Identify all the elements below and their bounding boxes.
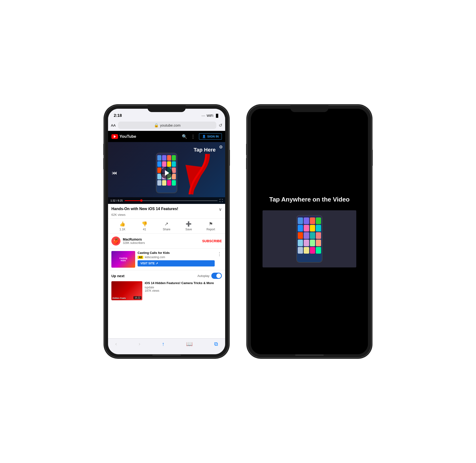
red-arrow: [180, 151, 218, 199]
share-button[interactable]: ↗ Share: [156, 221, 178, 231]
ad-title: Casting Calls for Kids: [138, 251, 215, 255]
next-video-card[interactable]: Hidden Featu 16:22 iOS 14 Hidden Feature…: [111, 281, 222, 300]
next-video-channel: iupdate: [145, 286, 222, 289]
right-mini-phone: [296, 215, 323, 263]
video-player[interactable]: ⏮ Tap Here ⚙: [108, 142, 225, 204]
share-label: Share: [163, 228, 171, 231]
like-count: 1.1K: [119, 228, 126, 231]
ad-card: CastingKIDS Casting Calls for Kids AD ki…: [108, 249, 225, 270]
status-bar: 2:18 ···· WiFi ▐▌: [108, 109, 225, 120]
scrollable-content: Hands-On with New iOS 14 Features! ∨ 62K…: [108, 204, 225, 338]
autoplay-row: Autoplay: [197, 273, 222, 279]
right-home-indicator: [295, 355, 324, 356]
report-button[interactable]: ⚑ Report: [200, 221, 222, 231]
youtube-play-icon: [111, 134, 118, 139]
right-phone-screen: Tap Anywhere on the Video: [251, 109, 368, 354]
tabs-button[interactable]: ⧉: [214, 341, 218, 347]
left-phone-screen: 2:18 ···· WiFi ▐▌ AA 🔒 youtube.com ↺: [108, 109, 225, 354]
up-next-header: Up next Autoplay: [111, 273, 222, 279]
right-screen-content[interactable]: Tap Anywhere on the Video: [251, 109, 368, 354]
save-label: Save: [185, 228, 192, 231]
chevron-down-icon[interactable]: ∨: [219, 207, 222, 212]
channel-avatar: 🍎: [111, 237, 120, 246]
skip-back-button[interactable]: ⏮: [112, 170, 117, 176]
next-video-info: iOS 14 Hidden Features! Camera Tricks & …: [145, 281, 222, 300]
external-link-icon: ↗: [156, 262, 158, 265]
power-button[interactable]: [229, 149, 230, 166]
settings-icon[interactable]: ⚙: [219, 144, 223, 150]
youtube-header: YouTube 🔍 ⋮ 👤 SIGN IN: [108, 131, 225, 142]
youtube-header-actions: 🔍 ⋮ 👤 SIGN IN: [182, 133, 222, 140]
ad-badge: AD: [138, 256, 143, 259]
more-icon[interactable]: ⋮: [191, 134, 195, 139]
video-thumbnail[interactable]: ⏮ Tap Here ⚙: [108, 142, 225, 204]
next-video-title: iOS 14 Hidden Features! Camera Tricks & …: [145, 281, 222, 285]
youtube-logo-text: YouTube: [119, 134, 136, 139]
up-next-section: Up next Autoplay Hidden Featu 16:22 iOS …: [108, 270, 225, 302]
up-next-label: Up next: [111, 274, 125, 278]
address-bar[interactable]: AA 🔒 youtube.com ↺: [108, 120, 225, 131]
share-icon: ↗: [164, 221, 169, 227]
play-button[interactable]: [161, 167, 172, 179]
video-title: Hands-On with New iOS 14 Features!: [111, 207, 216, 211]
back-button[interactable]: ‹: [115, 341, 117, 347]
forward-button[interactable]: ›: [138, 341, 140, 347]
aa-label[interactable]: AA: [111, 123, 116, 127]
volume-up-button[interactable]: [103, 143, 105, 155]
wifi-icon: WiFi: [207, 114, 213, 117]
dislike-button[interactable]: 👎 41: [134, 221, 156, 231]
ad-thumbnail: CastingKIDS: [111, 251, 135, 268]
signal-icon: ····: [202, 114, 205, 117]
right-power-button[interactable]: [371, 149, 373, 166]
thumb-duration: 16:22: [134, 296, 141, 299]
report-icon: ⚑: [209, 221, 213, 227]
url-text: youtube.com: [160, 123, 181, 127]
battery-icon: ▐▌: [215, 114, 219, 117]
autoplay-toggle[interactable]: [211, 273, 222, 279]
next-video-views: 187K views: [145, 289, 222, 292]
tap-anywhere-text: Tap Anywhere on the Video: [262, 196, 357, 203]
left-phone: 2:18 ···· WiFi ▐▌ AA 🔒 youtube.com ↺: [105, 105, 228, 358]
safari-bottom-bar: ‹ › ↑ 📖 ⧉: [108, 338, 225, 354]
save-button[interactable]: ➕ Save: [178, 221, 200, 231]
progress-track[interactable]: [125, 200, 217, 201]
volume-down-button[interactable]: [103, 158, 105, 170]
next-video-thumbnail: Hidden Featu 16:22: [111, 281, 142, 300]
fullscreen-icon[interactable]: ⛶: [219, 199, 223, 203]
video-views: 62K views: [111, 213, 222, 216]
sign-in-label: SIGN IN: [207, 135, 219, 138]
like-button[interactable]: 👍 1.1K: [111, 221, 134, 231]
right-volume-up-button[interactable]: [246, 143, 247, 155]
video-progress-bar[interactable]: 1:32 / 8:25 ⛶: [108, 197, 225, 204]
youtube-logo[interactable]: YouTube: [111, 134, 136, 139]
progress-dot[interactable]: [140, 199, 143, 202]
dislike-icon: 👎: [142, 221, 148, 227]
channel-row: 🍎 MacRumors 328K subscribers SUBSCRIBE: [108, 234, 225, 249]
visit-site-button[interactable]: VISIT SITE ↗: [138, 260, 215, 267]
play-triangle: [165, 170, 169, 176]
ad-info: Casting Calls for Kids AD kidscasting.co…: [138, 251, 215, 268]
search-icon[interactable]: 🔍: [182, 134, 187, 139]
channel-info: MacRumors 328K subscribers: [123, 237, 200, 245]
right-video-preview[interactable]: [262, 210, 356, 267]
sign-in-button[interactable]: 👤 SIGN IN: [199, 133, 222, 140]
right-volume-down-button[interactable]: [246, 158, 247, 170]
report-label: Report: [207, 228, 215, 231]
like-icon: 👍: [119, 221, 126, 227]
share-button[interactable]: ↑: [162, 341, 164, 347]
progress-fill: [125, 200, 141, 201]
bookmarks-button[interactable]: 📖: [186, 341, 193, 347]
autoplay-label: Autoplay: [197, 274, 209, 278]
video-time-current: 1:32 / 8:25: [110, 199, 123, 202]
url-field[interactable]: 🔒 youtube.com: [118, 122, 216, 129]
dislike-count: 41: [143, 228, 146, 231]
status-time: 2:18: [114, 113, 122, 118]
home-indicator: [152, 355, 181, 356]
thumb-label: Hidden Featu: [112, 297, 126, 299]
ad-more-icon[interactable]: ⋮: [217, 251, 222, 268]
channel-name[interactable]: MacRumors: [123, 237, 200, 241]
status-icons: ···· WiFi ▐▌: [202, 114, 219, 117]
refresh-icon[interactable]: ↺: [219, 123, 222, 128]
subscribe-button[interactable]: SUBSCRIBE: [202, 239, 222, 243]
ad-badge-row: AD kidscasting.com: [138, 256, 215, 259]
